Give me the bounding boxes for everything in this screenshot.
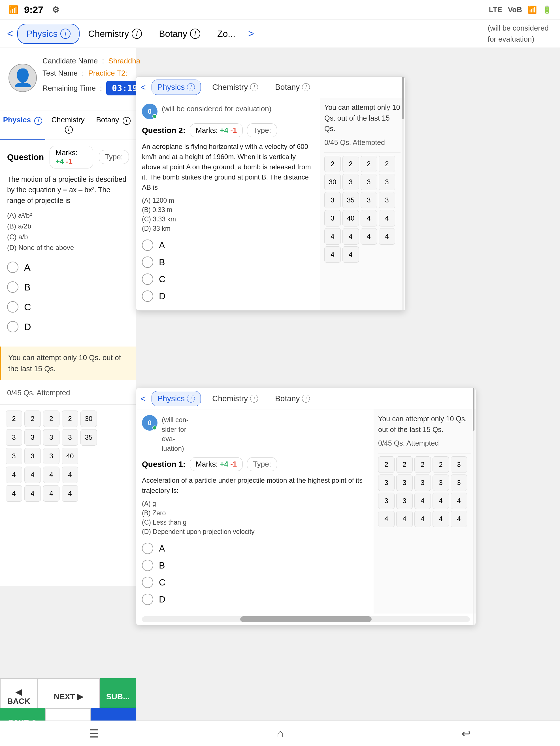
overlay1-physics-info[interactable]: i [187, 83, 195, 91]
left-tab-physics[interactable]: Physics i [0, 110, 45, 140]
q-num-32[interactable]: 3 [24, 429, 41, 446]
overlay2-radio-a[interactable]: A [142, 540, 368, 557]
forward-arrow[interactable]: > [244, 28, 258, 40]
q-num-item[interactable]: 4 [378, 511, 395, 527]
q-num-21[interactable]: 2 [6, 410, 22, 427]
overlay2-botany-tab[interactable]: Botany i [270, 391, 315, 406]
overlay1-radio-d[interactable]: D [142, 288, 314, 305]
left-tab-chemistry[interactable]: Chemistry i [45, 110, 91, 140]
back-nav-icon[interactable]: ↩ [461, 727, 471, 740]
overlay2-physics-tab[interactable]: Physics i [151, 391, 201, 406]
q-num-item[interactable]: 4 [432, 511, 449, 527]
q-num-item[interactable]: 3 [432, 475, 449, 491]
radio-circle-d[interactable] [7, 321, 19, 333]
q-num-38[interactable]: 3 [43, 448, 59, 464]
q-num-item[interactable]: 2 [378, 456, 395, 473]
overlay2-physics-info[interactable]: i [187, 395, 195, 403]
botany-info-icon[interactable]: i [190, 29, 200, 39]
physics-info-icon[interactable]: i [60, 29, 71, 39]
q-num-44[interactable]: 4 [62, 466, 78, 483]
q-num-item[interactable]: 2 [432, 456, 449, 473]
q-num-item[interactable]: 4 [361, 210, 377, 227]
overlay2-chemistry-tab[interactable]: Chemistry i [206, 391, 264, 406]
q-num-item[interactable]: 4 [324, 228, 341, 245]
overlay2-botany-info[interactable]: i [302, 395, 310, 403]
overlay1-radio-a[interactable]: A [142, 237, 314, 254]
tab-chemistry-top[interactable]: Chemistry i [80, 24, 150, 43]
overlay1-chemistry-info[interactable]: i [250, 83, 258, 91]
q-num-item[interactable]: 4 [342, 228, 359, 245]
tab-zoo-top[interactable]: Zo... [209, 24, 244, 43]
home-icon[interactable]: ⌂ [277, 727, 283, 740]
q-num-31[interactable]: 3 [6, 429, 22, 446]
q-num-33[interactable]: 3 [43, 429, 59, 446]
q-num-item[interactable]: 3 [324, 210, 341, 227]
radio-circle-c[interactable] [7, 301, 19, 313]
q-num-48[interactable]: 4 [62, 485, 78, 502]
q-num-item[interactable]: 2 [379, 156, 395, 172]
q-num-item[interactable]: 4 [414, 511, 431, 527]
q-num-item[interactable]: 3 [379, 174, 395, 190]
back-arrow-overlay1[interactable]: < [140, 82, 146, 93]
q-num-47[interactable]: 4 [43, 485, 59, 502]
radio-option-c[interactable]: C [7, 297, 129, 317]
left-chemistry-info[interactable]: i [65, 126, 73, 134]
q-num-item[interactable]: 4 [342, 246, 359, 263]
q-num-item[interactable]: 4 [432, 493, 449, 509]
q-num-45[interactable]: 4 [6, 485, 22, 502]
q-num-item[interactable]: 40 [342, 210, 359, 227]
q-num-35[interactable]: 35 [80, 429, 97, 446]
left-physics-info[interactable]: i [34, 117, 42, 125]
q-num-item[interactable]: 2 [361, 156, 377, 172]
q-num-24[interactable]: 2 [62, 410, 78, 427]
q-num-item[interactable]: 2 [396, 456, 413, 473]
q-num-item[interactable]: 4 [379, 228, 395, 245]
overlay2-radio-c[interactable]: C [142, 574, 368, 591]
q-num-item[interactable]: 3 [451, 456, 467, 473]
q-num-item[interactable]: 3 [378, 493, 395, 509]
q-num-46[interactable]: 4 [24, 485, 41, 502]
tab-botany-top[interactable]: Botany i [150, 24, 209, 43]
radio-option-b[interactable]: B [7, 277, 129, 297]
radio-circle-b[interactable] [7, 281, 19, 293]
q-num-item[interactable]: 3 [342, 174, 359, 190]
q-num-item[interactable]: 30 [324, 174, 341, 190]
q-num-item[interactable]: 4 [396, 511, 413, 527]
back-arrow-overlay2[interactable]: < [140, 394, 146, 404]
q-num-41[interactable]: 4 [6, 466, 22, 483]
q-num-30[interactable]: 30 [80, 410, 97, 427]
overlay1-radio-b[interactable]: B [142, 254, 314, 271]
q-num-item[interactable]: 3 [379, 192, 395, 208]
q-num-item[interactable]: 4 [361, 228, 377, 245]
q-num-item[interactable]: 3 [361, 174, 377, 190]
overlay2-radio-b[interactable]: B [142, 557, 368, 574]
radio-option-a[interactable]: A [7, 257, 129, 277]
q-num-item[interactable]: 3 [451, 475, 467, 491]
q-num-item[interactable]: 3 [324, 192, 341, 208]
left-botany-info[interactable]: i [123, 117, 131, 125]
overlay1-radio-c[interactable]: C [142, 271, 314, 288]
q-num-36[interactable]: 3 [6, 448, 22, 464]
q-num-43[interactable]: 4 [43, 466, 59, 483]
q-num-item[interactable]: 3 [378, 475, 395, 491]
q-num-item[interactable]: 35 [342, 192, 359, 208]
menu-icon[interactable]: ☰ [89, 727, 99, 740]
q-num-item[interactable]: 2 [342, 156, 359, 172]
back-arrow[interactable]: < [3, 28, 17, 40]
q-num-item[interactable]: 3 [396, 475, 413, 491]
q-num-22[interactable]: 2 [24, 410, 41, 427]
q-num-item[interactable]: 2 [324, 156, 341, 172]
overlay2-chemistry-info[interactable]: i [250, 395, 258, 403]
radio-circle-a[interactable] [7, 262, 19, 273]
q-num-item[interactable]: 4 [451, 493, 467, 509]
q-num-item[interactable]: 3 [396, 493, 413, 509]
overlay1-botany-tab[interactable]: Botany i [270, 80, 315, 94]
q-num-item[interactable]: 4 [414, 493, 431, 509]
tab-physics-top[interactable]: Physics i [17, 24, 80, 44]
q-num-item[interactable]: 3 [361, 192, 377, 208]
chemistry-info-icon[interactable]: i [132, 29, 142, 39]
overlay1-chemistry-tab[interactable]: Chemistry i [206, 80, 264, 94]
q-num-42[interactable]: 4 [24, 466, 41, 483]
q-num-item[interactable]: 4 [324, 246, 341, 263]
q-num-40[interactable]: 40 [62, 448, 78, 464]
